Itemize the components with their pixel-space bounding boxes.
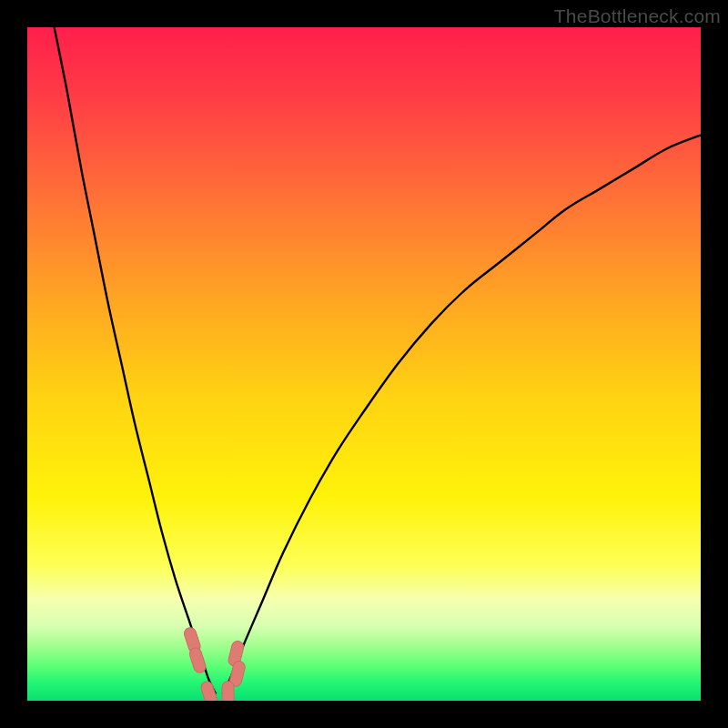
data-marker [188, 646, 207, 674]
data-marker [199, 680, 218, 701]
curve-right-branch [223, 135, 701, 693]
chart-plot-area [27, 27, 701, 701]
curve-left-branch [55, 27, 217, 694]
bottleneck-curve [27, 27, 701, 701]
data-marker [222, 682, 234, 701]
watermark-text: TheBottleneck.com [554, 5, 721, 27]
